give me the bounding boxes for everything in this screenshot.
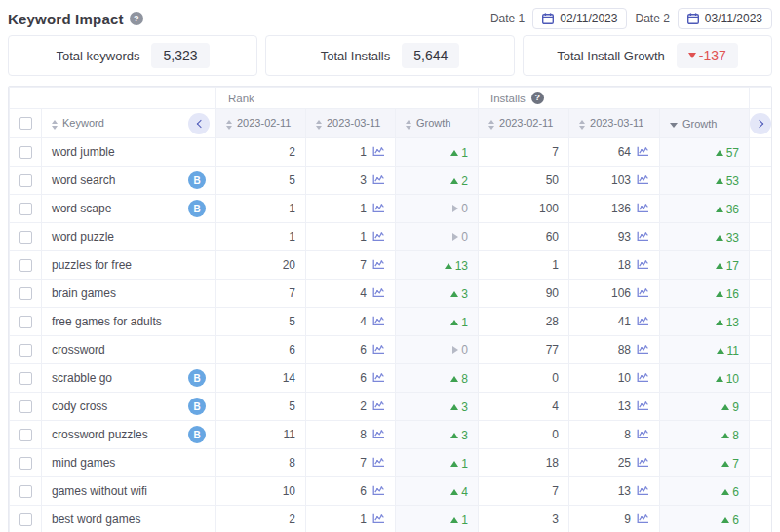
rank-chart-icon[interactable] (372, 457, 385, 468)
installs-chart-icon[interactable] (637, 287, 649, 298)
select-all-checkbox[interactable] (20, 117, 32, 130)
total-keywords-label: Total keywords (56, 49, 139, 63)
installs-date2-cell: 41 (569, 308, 660, 336)
keyword-cell[interactable]: crossword puzzlesB (42, 421, 216, 449)
keyword-cell[interactable]: free games for adults (42, 308, 216, 336)
sort-icon[interactable] (406, 120, 411, 130)
installs-chart-icon[interactable] (637, 429, 649, 439)
installs-date2-cell: 13 (569, 477, 660, 506)
total-install-growth-card: Total Install Growth -137 (523, 35, 772, 76)
row-checkbox[interactable] (20, 457, 32, 470)
installs-date2-cell: 93 (569, 223, 660, 251)
row-checkbox[interactable] (20, 146, 32, 159)
rank-date1-cell: 10 (216, 477, 306, 506)
sort-icon[interactable] (316, 120, 322, 130)
rank-date2-cell: 3 (306, 167, 396, 195)
installs-date2-value: 18 (618, 258, 631, 272)
sort-icon[interactable] (579, 120, 585, 130)
installs-growth-value: 8 (732, 429, 739, 442)
row-checkbox[interactable] (20, 400, 32, 413)
rank-chart-icon[interactable] (372, 344, 385, 355)
rank-growth-cell: 1 (396, 138, 479, 167)
rank-chart-icon[interactable] (372, 231, 385, 242)
installs-chart-icon[interactable] (637, 259, 649, 270)
installs-growth-cell: 17 (660, 251, 750, 280)
keyword-cell[interactable]: cody crossB (42, 393, 216, 421)
installs-date1-column-header[interactable]: 2023-02-11 (479, 109, 569, 138)
row-checkbox[interactable] (20, 485, 32, 498)
row-checkbox[interactable] (20, 174, 32, 187)
rank-chart-icon[interactable] (372, 203, 385, 213)
keyword-cell[interactable]: word scapeB (42, 195, 216, 223)
sort-icon[interactable] (226, 120, 232, 130)
installs-chart-icon[interactable] (637, 513, 649, 524)
rank-chart-icon[interactable] (372, 287, 385, 298)
installs-chart-icon[interactable] (637, 344, 649, 355)
installs-chart-icon[interactable] (637, 400, 649, 411)
installs-help-icon[interactable]: ? (531, 92, 544, 104)
keyword-cell[interactable]: mind games (42, 449, 216, 477)
keyword-cell[interactable]: scrabble goB (42, 364, 216, 393)
collapse-left-button[interactable] (188, 113, 210, 134)
row-checkbox[interactable] (20, 316, 32, 328)
installs-growth-column-header[interactable]: Growth (660, 109, 750, 138)
sort-icon[interactable] (52, 120, 58, 130)
row-checkbox[interactable] (20, 372, 32, 385)
keyword-column-header[interactable]: Keyword (42, 109, 216, 138)
rank-chart-icon[interactable] (372, 372, 385, 383)
keyword-cell[interactable]: brain games (42, 280, 216, 308)
keyword-cell[interactable]: word searchB (42, 167, 216, 195)
keyword-cell[interactable]: word puzzle (42, 223, 216, 251)
table-row: cody crossB5234139 (10, 393, 772, 421)
installs-growth-cell: 7 (660, 449, 750, 477)
rank-chart-icon[interactable] (372, 485, 385, 496)
rank-date1-column-header[interactable]: 2023-02-11 (216, 109, 306, 138)
rank-chart-icon[interactable] (372, 259, 385, 270)
rank-chart-icon[interactable] (372, 400, 385, 411)
installs-chart-icon[interactable] (637, 174, 649, 185)
installs-chart-icon[interactable] (637, 146, 649, 157)
rank-chart-icon[interactable] (372, 429, 385, 439)
chevron-right-icon (755, 119, 762, 127)
row-checkbox[interactable] (20, 231, 32, 244)
rank-chart-icon[interactable] (372, 513, 385, 524)
installs-chart-icon[interactable] (637, 457, 649, 468)
rank-date1-cell: 14 (216, 364, 306, 393)
keyword-cell[interactable]: crossword (42, 336, 216, 364)
installs-date2-column-header[interactable]: 2023-03-11 (569, 109, 660, 138)
rank-growth-value: 13 (455, 259, 468, 273)
help-icon[interactable]: ? (130, 12, 143, 25)
row-checkbox[interactable] (20, 344, 32, 357)
growth-up-icon (450, 404, 458, 410)
installs-chart-icon[interactable] (637, 203, 649, 213)
row-checkbox[interactable] (20, 259, 32, 272)
rank-growth-column-header[interactable]: Growth (396, 109, 479, 138)
row-checkbox[interactable] (20, 513, 32, 526)
date2-picker[interactable]: 03/11/2023 (678, 8, 772, 29)
rank-chart-icon[interactable] (372, 316, 385, 326)
rank-chart-icon[interactable] (372, 146, 385, 157)
installs-chart-icon[interactable] (637, 485, 649, 496)
installs-growth-cell: 57 (660, 138, 750, 167)
date1-picker[interactable]: 02/11/2023 (532, 8, 627, 29)
keyword-cell[interactable]: puzzles for free (42, 251, 216, 280)
installs-chart-icon[interactable] (637, 231, 649, 242)
keyword-cell[interactable]: best word games (42, 506, 216, 532)
row-checkbox[interactable] (20, 429, 32, 441)
sort-descending-icon[interactable] (670, 123, 678, 128)
growth-up-icon (450, 376, 458, 382)
rank-chart-icon[interactable] (372, 174, 385, 185)
keyword-label: scrabble go (52, 371, 112, 385)
installs-growth-value: 36 (726, 203, 739, 216)
installs-chart-icon[interactable] (637, 316, 649, 326)
rank-growth-value: 0 (461, 202, 468, 215)
row-checkbox[interactable] (20, 203, 32, 215)
growth-up-icon (722, 517, 729, 523)
rank-date2-column-header[interactable]: 2023-03-11 (306, 109, 396, 138)
keyword-cell[interactable]: word jumble (42, 138, 216, 167)
scroll-right-button[interactable] (750, 113, 771, 134)
installs-chart-icon[interactable] (637, 372, 649, 383)
row-checkbox[interactable] (20, 287, 32, 300)
keyword-cell[interactable]: games without wifi (42, 477, 216, 506)
sort-icon[interactable] (488, 120, 494, 130)
